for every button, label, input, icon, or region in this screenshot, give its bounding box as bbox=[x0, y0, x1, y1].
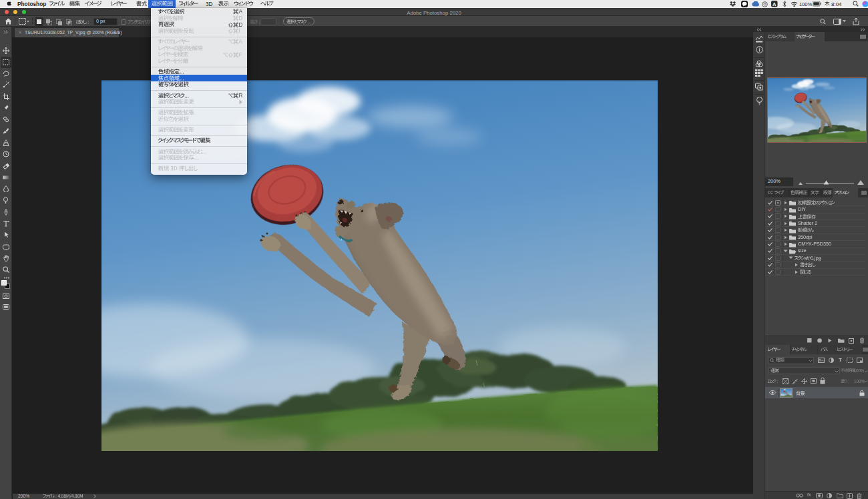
svg-text:R: R bbox=[239, 93, 243, 99]
svg-text:D: D bbox=[239, 15, 243, 21]
svg-text:D: D bbox=[239, 22, 243, 28]
svg-text:A: A bbox=[239, 39, 243, 45]
svg-text:A: A bbox=[239, 9, 243, 15]
svg-text:A: A bbox=[773, 1, 777, 7]
svg-text:I: I bbox=[239, 28, 240, 34]
svg-text:F: F bbox=[239, 52, 242, 58]
